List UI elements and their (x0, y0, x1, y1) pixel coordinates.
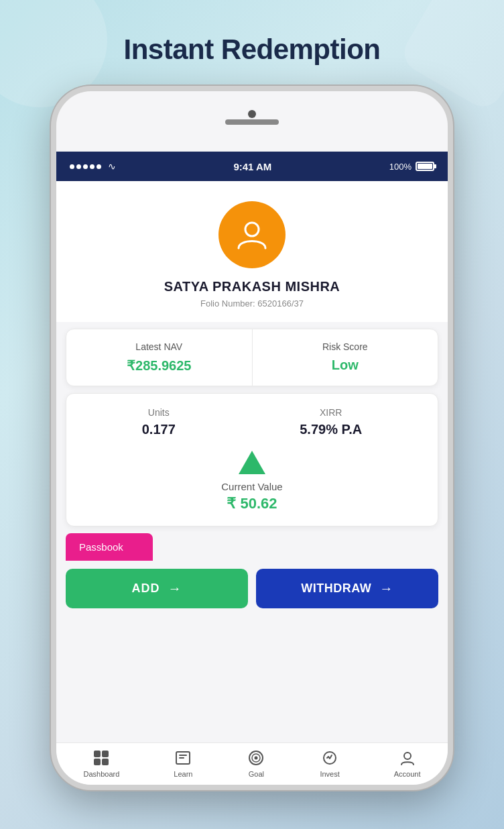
avatar (218, 201, 286, 268)
status-bar: ∿ 9:41 AM 100% (56, 152, 448, 181)
status-left: ∿ (70, 161, 116, 172)
svg-point-0 (245, 223, 259, 236)
nav-item-learn[interactable]: Learn (174, 749, 192, 778)
phone-frame: ∿ 9:41 AM 100% (51, 86, 453, 790)
svg-point-11 (404, 753, 411, 759)
nav-label: Latest NAV (73, 341, 245, 352)
bottom-nav: Dashboard Learn (56, 742, 448, 785)
phone-side-button-right-2 (450, 306, 453, 339)
nav-item-dashboard[interactable]: Dashboard (83, 749, 119, 778)
camera (248, 110, 256, 118)
status-right: 100% (389, 162, 434, 172)
risk-stat: Risk Score Low (253, 329, 438, 386)
units-item: Units 0.177 (142, 407, 176, 437)
withdraw-button[interactable]: WITHDRAW → (256, 569, 438, 608)
phone-side-button-left (51, 212, 54, 245)
learn-icon (174, 749, 192, 767)
goal-icon (247, 749, 265, 767)
learn-nav-label: Learn (174, 770, 192, 778)
phone-screen: ∿ 9:41 AM 100% (56, 91, 448, 785)
account-icon (398, 749, 417, 767)
battery-fill (418, 164, 432, 169)
page-title: Instant Redemption (123, 34, 380, 66)
folio-number: Folio Number: 6520166/37 (200, 298, 304, 309)
svg-rect-6 (179, 755, 187, 756)
withdraw-arrow-icon: → (379, 581, 393, 596)
nav-item-goal[interactable]: Goal (247, 749, 265, 778)
svg-point-10 (255, 757, 258, 760)
nav-stat: Latest NAV ₹285.9625 (66, 329, 253, 386)
xirr-label: XIRR (300, 407, 362, 418)
signal-dot-3 (83, 164, 88, 169)
svg-rect-2 (102, 751, 109, 757)
phone-side-button-right-1 (450, 239, 453, 292)
portfolio-card: Units 0.177 XIRR 5.79% P.A Current Value… (66, 393, 438, 527)
battery-percent: 100% (389, 162, 412, 172)
xirr-item: XIRR 5.79% P.A (300, 407, 362, 437)
wifi-icon: ∿ (108, 161, 116, 172)
nav-value: ₹285.9625 (73, 357, 245, 374)
units-value: 0.177 (142, 422, 176, 437)
risk-value: Low (259, 357, 432, 373)
triangle-up-icon (239, 451, 265, 474)
svg-rect-4 (102, 759, 109, 765)
add-arrow-icon: → (168, 581, 182, 596)
signal-dot-1 (70, 164, 74, 169)
scrollable-area: SATYA PRAKASH MISHRA Folio Number: 65201… (56, 181, 448, 785)
current-value-section: Current Value ₹ 50.62 (80, 451, 424, 512)
portfolio-row: Units 0.177 XIRR 5.79% P.A (80, 407, 424, 437)
invest-icon (320, 749, 339, 767)
dashboard-icon (92, 749, 111, 767)
invest-nav-label: Invest (320, 770, 339, 778)
units-label: Units (142, 407, 176, 418)
current-value-label: Current Value (80, 481, 424, 492)
current-value-amount: ₹ 50.62 (80, 495, 424, 512)
passbook-tab[interactable]: Passbook (66, 533, 153, 561)
signal-dot-5 (97, 164, 101, 169)
signal-dot-2 (76, 164, 81, 169)
svg-rect-1 (94, 751, 101, 757)
avatar-section: SATYA PRAKASH MISHRA Folio Number: 65201… (56, 181, 448, 322)
goal-nav-label: Goal (249, 770, 264, 778)
passbook-tab-row: Passbook (66, 533, 438, 561)
signal-dots (70, 164, 101, 169)
nav-item-invest[interactable]: Invest (320, 749, 339, 778)
svg-rect-7 (179, 757, 184, 759)
screen-content: SATYA PRAKASH MISHRA Folio Number: 65201… (56, 181, 448, 785)
speaker (225, 119, 279, 125)
battery-icon (416, 162, 434, 171)
avatar-icon (233, 216, 271, 254)
dashboard-nav-label: Dashboard (83, 770, 119, 778)
stats-card: Latest NAV ₹285.9625 Risk Score Low (66, 329, 438, 386)
signal-dot-4 (90, 164, 94, 169)
user-name: SATYA PRAKASH MISHRA (164, 279, 340, 294)
phone-top-bar (56, 91, 448, 152)
xirr-value: 5.79% P.A (300, 422, 362, 437)
nav-item-account[interactable]: Account (394, 749, 421, 778)
risk-label: Risk Score (259, 341, 432, 352)
account-nav-label: Account (394, 770, 421, 778)
action-buttons: ADD → WITHDRAW → (66, 569, 438, 608)
svg-rect-3 (94, 759, 101, 765)
status-time: 9:41 AM (233, 161, 271, 172)
add-button[interactable]: ADD → (66, 569, 248, 608)
